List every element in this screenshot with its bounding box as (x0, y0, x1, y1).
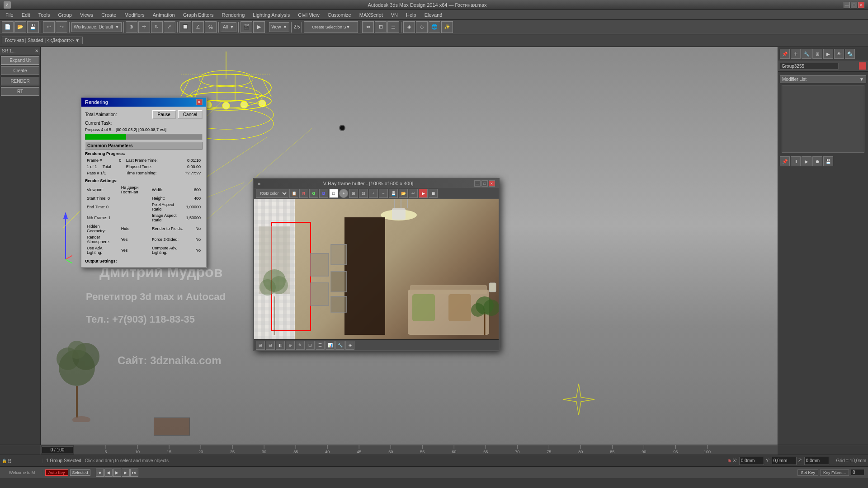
vray-g-channel[interactable]: G (309, 189, 318, 198)
select-button[interactable]: ⊕ (126, 21, 137, 33)
go-start-btn[interactable]: ⏮ (96, 469, 104, 477)
workspace-dropdown[interactable]: Workspace: Default ▼ (71, 22, 122, 32)
percent-snap[interactable]: % (205, 21, 217, 33)
go-end-btn[interactable]: ⏭ (130, 469, 138, 477)
key-filters-button[interactable]: Key Filters... (820, 469, 849, 476)
vray-zoom-fit[interactable]: ⊡ (359, 189, 368, 198)
render-button[interactable]: RENDER (1, 77, 39, 85)
right-icon-pin[interactable]: 📌 (780, 49, 790, 59)
vray-bottom-btn1[interactable]: ⊞ (256, 341, 265, 350)
vray-bottom-btn9[interactable]: 🔧 (335, 341, 344, 350)
schematic-btn[interactable]: ◈ (403, 21, 415, 33)
animation-ruler[interactable]: 5 10 15 20 25 30 35 40 45 50 5 (74, 445, 778, 455)
vray-bottom-btn3[interactable]: ◧ (276, 341, 285, 350)
open-button[interactable]: 📂 (14, 21, 26, 33)
right-ctrl-play[interactable]: ▶ (802, 156, 811, 166)
vray-circle-btn[interactable]: ● (339, 189, 348, 198)
menu-lighting-analysis[interactable]: Lighting Analysis (249, 10, 293, 19)
vray-bottom-btn10[interactable]: ◈ (345, 341, 354, 350)
align-button[interactable]: ⊞ (375, 21, 387, 33)
render-effects-btn[interactable]: ✨ (441, 21, 453, 33)
mirror-button[interactable]: ⇔ (362, 21, 374, 33)
menu-rendering[interactable]: Rendering (218, 10, 249, 19)
vray-alpha-btn[interactable]: □ (329, 189, 338, 198)
frame-counter[interactable]: 0 / 100 (42, 446, 73, 453)
menu-file[interactable]: File (2, 10, 17, 19)
vray-bottom-btn7[interactable]: ☰ (316, 341, 325, 350)
right-icon-display[interactable]: 👁 (834, 49, 844, 59)
vray-bottom-btn8[interactable]: 📊 (326, 341, 335, 350)
vray-minimize-btn[interactable]: — (474, 180, 481, 187)
right-icon-hier[interactable]: ⊞ (812, 49, 822, 59)
right-ctrl-rec[interactable]: ⏺ (812, 156, 822, 166)
menu-help[interactable]: Help (402, 10, 420, 19)
viewport-area[interactable]: Дмитрий Мудров Репетитор 3d max и Autoca… (41, 47, 778, 445)
rt-button[interactable]: RT (1, 87, 39, 96)
anim-frame-input[interactable] (851, 469, 864, 476)
vray-maximize-btn[interactable]: □ (481, 180, 488, 187)
prev-frame-btn[interactable]: ◀ (104, 469, 113, 477)
quick-render-button[interactable]: ▶ (253, 21, 265, 33)
menu-animation[interactable]: Animation (149, 10, 179, 19)
vray-bottom-btn4[interactable]: ⊕ (286, 341, 295, 350)
play-btn[interactable]: ▶ (113, 469, 121, 477)
vray-zoom-in[interactable]: + (369, 189, 378, 198)
save-button[interactable]: 💾 (27, 21, 39, 33)
color-swatch[interactable] (859, 62, 866, 70)
menu-create[interactable]: Create (98, 10, 120, 19)
filter-dropdown[interactable]: All ▼ (221, 22, 236, 32)
view-dropdown[interactable]: View ▼ (269, 22, 289, 32)
vray-bottom-btn2[interactable]: ⊟ (266, 341, 275, 350)
right-ctrl-pause[interactable]: ⏸ (791, 156, 801, 166)
left-panel-close[interactable]: ✕ (35, 48, 38, 53)
set-key-button[interactable]: Set Key (797, 469, 818, 476)
menu-elevant[interactable]: Elevant! (421, 10, 446, 19)
menu-group[interactable]: Group (54, 10, 75, 19)
viewport-dropdown[interactable]: Гостиная | Shaded | <<Дефолт>> ▼ (2, 37, 83, 44)
rendering-dialog-close[interactable]: ✕ (196, 99, 203, 105)
mat-editor-btn[interactable]: ◇ (416, 21, 428, 33)
right-icon-motion[interactable]: ▶ (823, 49, 833, 59)
expand-ut-button[interactable]: Expand Ut (1, 56, 39, 65)
vray-r-channel[interactable]: R (299, 189, 308, 198)
vray-history-btn[interactable]: 📋 (289, 189, 298, 198)
minimize-button[interactable]: — (844, 2, 850, 8)
color-mode-dropdown[interactable]: RGB color (256, 189, 288, 198)
vray-stop-btn[interactable]: ⏹ (429, 189, 438, 198)
right-ctrl-save[interactable]: 💾 (823, 156, 833, 166)
vray-close-btn[interactable]: ✕ (489, 180, 495, 187)
move-button[interactable]: ✛ (138, 21, 150, 33)
maximize-button[interactable]: □ (851, 2, 857, 8)
z-input[interactable] (804, 457, 829, 465)
auto-key-button[interactable]: Auto Key (45, 469, 68, 476)
menu-views[interactable]: Views (76, 10, 97, 19)
scale-button[interactable]: ⤢ (164, 21, 175, 33)
vray-bottom-btn5[interactable]: ✎ (296, 341, 305, 350)
menu-graph-editors[interactable]: Graph Editors (179, 10, 217, 19)
pause-button[interactable]: Pause (152, 110, 176, 119)
layer-button[interactable]: ☰ (387, 21, 399, 33)
menu-maxscript[interactable]: MAXScript (356, 10, 387, 19)
render-env-btn[interactable]: 🌐 (429, 21, 440, 33)
named-sel-btn[interactable]: Create Selection S▼ (304, 21, 358, 33)
create-button[interactable]: Create (1, 66, 39, 75)
menu-customize[interactable]: Customize (324, 10, 355, 19)
y-input[interactable] (772, 457, 797, 465)
undo-button[interactable]: ↩ (43, 21, 55, 33)
vray-zoom-out[interactable]: − (379, 189, 388, 198)
group-name-input[interactable] (780, 63, 839, 70)
next-frame-btn[interactable]: ▶ (122, 469, 130, 477)
vray-pixel-info[interactable]: ⊞ (349, 189, 358, 198)
vray-bottom-btn6[interactable]: ⊡ (306, 341, 315, 350)
menu-modifiers[interactable]: Modifiers (121, 10, 148, 19)
vray-save-btn[interactable]: 💾 (389, 189, 398, 198)
menu-civil-view[interactable]: Civil View (294, 10, 323, 19)
render-setup-button[interactable]: 🎬 (241, 21, 252, 33)
right-icon-move[interactable]: ✛ (791, 49, 801, 59)
right-icon-mod[interactable]: 🔧 (802, 49, 811, 59)
menu-tools[interactable]: Tools (35, 10, 54, 19)
rotate-button[interactable]: ↻ (151, 21, 163, 33)
redo-button[interactable]: ↪ (56, 21, 67, 33)
close-button[interactable]: ✕ (858, 2, 864, 8)
vray-render-btn[interactable]: ▶ (419, 189, 428, 198)
